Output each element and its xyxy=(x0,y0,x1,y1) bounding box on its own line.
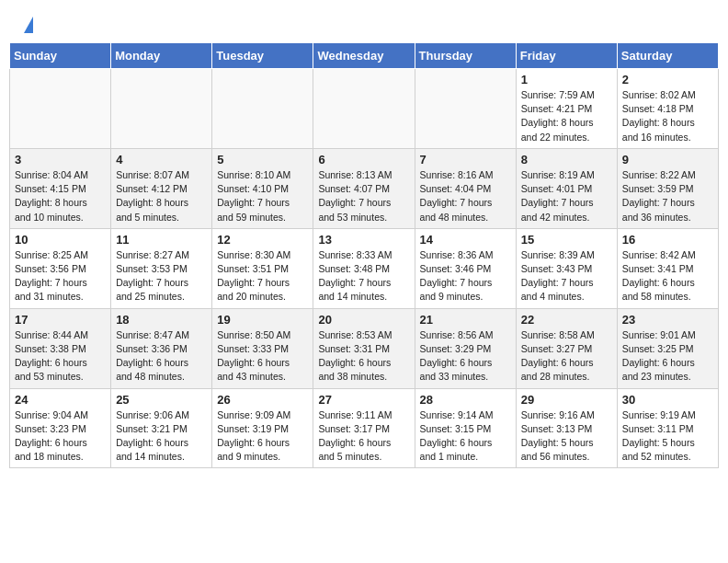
calendar-cell: 1Sunrise: 7:59 AM Sunset: 4:21 PM Daylig… xyxy=(516,69,617,149)
day-number: 1 xyxy=(521,73,612,86)
calendar-week-row: 24Sunrise: 9:04 AM Sunset: 3:23 PM Dayli… xyxy=(10,388,719,468)
day-info: Sunrise: 9:06 AM Sunset: 3:21 PM Dayligh… xyxy=(116,408,207,465)
day-number: 18 xyxy=(116,313,207,327)
day-number: 23 xyxy=(622,313,713,327)
calendar-cell: 24Sunrise: 9:04 AM Sunset: 3:23 PM Dayli… xyxy=(10,388,111,468)
day-info: Sunrise: 8:22 AM Sunset: 3:59 PM Dayligh… xyxy=(622,168,713,224)
day-info: Sunrise: 8:39 AM Sunset: 3:43 PM Dayligh… xyxy=(521,248,612,304)
day-number: 11 xyxy=(116,233,207,247)
day-info: Sunrise: 8:10 AM Sunset: 4:10 PM Dayligh… xyxy=(217,168,308,224)
calendar-cell: 5Sunrise: 8:10 AM Sunset: 4:10 PM Daylig… xyxy=(212,148,313,228)
calendar-week-row: 10Sunrise: 8:25 AM Sunset: 3:56 PM Dayli… xyxy=(10,228,719,308)
day-number: 21 xyxy=(420,313,511,327)
calendar-cell: 28Sunrise: 9:14 AM Sunset: 3:15 PM Dayli… xyxy=(415,388,516,468)
calendar-cell: 9Sunrise: 8:22 AM Sunset: 3:59 PM Daylig… xyxy=(617,148,718,228)
day-info: Sunrise: 9:19 AM Sunset: 3:11 PM Dayligh… xyxy=(622,408,713,465)
calendar-cell: 2Sunrise: 8:02 AM Sunset: 4:18 PM Daylig… xyxy=(617,69,718,149)
calendar-cell: 11Sunrise: 8:27 AM Sunset: 3:53 PM Dayli… xyxy=(111,228,212,308)
day-number: 30 xyxy=(622,393,713,407)
day-info: Sunrise: 8:58 AM Sunset: 3:27 PM Dayligh… xyxy=(521,328,612,385)
calendar-cell: 21Sunrise: 8:56 AM Sunset: 3:29 PM Dayli… xyxy=(415,308,516,388)
calendar-cell: 15Sunrise: 8:39 AM Sunset: 3:43 PM Dayli… xyxy=(516,228,617,308)
calendar-cell: 19Sunrise: 8:50 AM Sunset: 3:33 PM Dayli… xyxy=(212,308,313,388)
day-number: 8 xyxy=(521,153,612,167)
calendar-cell xyxy=(212,69,313,149)
logo xyxy=(22,17,33,35)
day-number: 12 xyxy=(217,233,308,247)
calendar-cell: 22Sunrise: 8:58 AM Sunset: 3:27 PM Dayli… xyxy=(516,308,617,388)
logo-triangle-icon xyxy=(24,17,33,33)
calendar-cell: 17Sunrise: 8:44 AM Sunset: 3:38 PM Dayli… xyxy=(10,308,111,388)
day-info: Sunrise: 8:02 AM Sunset: 4:18 PM Dayligh… xyxy=(622,88,713,144)
calendar-cell xyxy=(10,69,111,149)
day-info: Sunrise: 8:16 AM Sunset: 4:04 PM Dayligh… xyxy=(420,168,511,224)
day-info: Sunrise: 8:47 AM Sunset: 3:36 PM Dayligh… xyxy=(116,328,207,385)
day-number: 9 xyxy=(622,153,713,167)
calendar-cell: 27Sunrise: 9:11 AM Sunset: 3:17 PM Dayli… xyxy=(313,388,415,468)
calendar-wrapper: SundayMondayTuesdayWednesdayThursdayFrid… xyxy=(0,42,728,477)
calendar-cell: 30Sunrise: 9:19 AM Sunset: 3:11 PM Dayli… xyxy=(617,388,718,468)
calendar-table: SundayMondayTuesdayWednesdayThursdayFrid… xyxy=(9,42,719,468)
day-info: Sunrise: 9:04 AM Sunset: 3:23 PM Dayligh… xyxy=(15,408,106,465)
weekday-header-wednesday: Wednesday xyxy=(313,43,415,69)
day-info: Sunrise: 8:53 AM Sunset: 3:31 PM Dayligh… xyxy=(318,328,409,385)
day-number: 17 xyxy=(15,313,106,327)
calendar-cell: 8Sunrise: 8:19 AM Sunset: 4:01 PM Daylig… xyxy=(516,148,617,228)
day-info: Sunrise: 8:25 AM Sunset: 3:56 PM Dayligh… xyxy=(15,248,106,304)
weekday-header-row: SundayMondayTuesdayWednesdayThursdayFrid… xyxy=(10,43,719,69)
day-number: 7 xyxy=(420,153,511,167)
day-number: 13 xyxy=(318,233,409,247)
calendar-week-row: 3Sunrise: 8:04 AM Sunset: 4:15 PM Daylig… xyxy=(10,148,719,228)
calendar-cell: 14Sunrise: 8:36 AM Sunset: 3:46 PM Dayli… xyxy=(415,228,516,308)
calendar-cell: 7Sunrise: 8:16 AM Sunset: 4:04 PM Daylig… xyxy=(415,148,516,228)
day-number: 6 xyxy=(318,153,409,167)
calendar-week-row: 17Sunrise: 8:44 AM Sunset: 3:38 PM Dayli… xyxy=(10,308,719,388)
day-number: 20 xyxy=(318,313,409,327)
day-number: 4 xyxy=(116,153,207,167)
day-number: 27 xyxy=(318,393,409,407)
weekday-header-saturday: Saturday xyxy=(617,43,718,69)
day-number: 5 xyxy=(217,153,308,167)
day-number: 24 xyxy=(15,393,106,407)
calendar-week-row: 1Sunrise: 7:59 AM Sunset: 4:21 PM Daylig… xyxy=(10,69,719,149)
day-info: Sunrise: 8:42 AM Sunset: 3:41 PM Dayligh… xyxy=(622,248,713,304)
day-info: Sunrise: 8:19 AM Sunset: 4:01 PM Dayligh… xyxy=(521,168,612,224)
calendar-cell: 4Sunrise: 8:07 AM Sunset: 4:12 PM Daylig… xyxy=(111,148,212,228)
day-info: Sunrise: 8:50 AM Sunset: 3:33 PM Dayligh… xyxy=(217,328,308,385)
calendar-cell: 12Sunrise: 8:30 AM Sunset: 3:51 PM Dayli… xyxy=(212,228,313,308)
calendar-cell: 16Sunrise: 8:42 AM Sunset: 3:41 PM Dayli… xyxy=(617,228,718,308)
day-number: 28 xyxy=(420,393,511,407)
weekday-header-tuesday: Tuesday xyxy=(212,43,313,69)
calendar-body: 1Sunrise: 7:59 AM Sunset: 4:21 PM Daylig… xyxy=(10,69,719,468)
day-number: 10 xyxy=(15,233,106,247)
day-info: Sunrise: 8:04 AM Sunset: 4:15 PM Dayligh… xyxy=(15,168,106,224)
calendar-cell xyxy=(111,69,212,149)
weekday-header-thursday: Thursday xyxy=(415,43,516,69)
calendar-cell: 25Sunrise: 9:06 AM Sunset: 3:21 PM Dayli… xyxy=(111,388,212,468)
calendar-cell: 3Sunrise: 8:04 AM Sunset: 4:15 PM Daylig… xyxy=(10,148,111,228)
day-number: 26 xyxy=(217,393,308,407)
day-info: Sunrise: 8:30 AM Sunset: 3:51 PM Dayligh… xyxy=(217,248,308,304)
calendar-cell: 23Sunrise: 9:01 AM Sunset: 3:25 PM Dayli… xyxy=(617,308,718,388)
day-number: 16 xyxy=(622,233,713,247)
day-info: Sunrise: 9:14 AM Sunset: 3:15 PM Dayligh… xyxy=(420,408,511,465)
day-info: Sunrise: 8:44 AM Sunset: 3:38 PM Dayligh… xyxy=(15,328,106,385)
day-info: Sunrise: 8:33 AM Sunset: 3:48 PM Dayligh… xyxy=(318,248,409,304)
calendar-cell: 13Sunrise: 8:33 AM Sunset: 3:48 PM Dayli… xyxy=(313,228,415,308)
calendar-header: SundayMondayTuesdayWednesdayThursdayFrid… xyxy=(10,43,719,69)
day-info: Sunrise: 9:11 AM Sunset: 3:17 PM Dayligh… xyxy=(318,408,409,465)
weekday-header-sunday: Sunday xyxy=(10,43,111,69)
day-number: 14 xyxy=(420,233,511,247)
day-number: 15 xyxy=(521,233,612,247)
day-number: 22 xyxy=(521,313,612,327)
calendar-cell xyxy=(415,69,516,149)
calendar-cell: 10Sunrise: 8:25 AM Sunset: 3:56 PM Dayli… xyxy=(10,228,111,308)
day-number: 25 xyxy=(116,393,207,407)
day-number: 2 xyxy=(622,73,713,86)
weekday-header-monday: Monday xyxy=(111,43,212,69)
calendar-cell: 26Sunrise: 9:09 AM Sunset: 3:19 PM Dayli… xyxy=(212,388,313,468)
calendar-cell: 20Sunrise: 8:53 AM Sunset: 3:31 PM Dayli… xyxy=(313,308,415,388)
day-info: Sunrise: 9:09 AM Sunset: 3:19 PM Dayligh… xyxy=(217,408,308,465)
day-number: 29 xyxy=(521,393,612,407)
calendar-cell: 6Sunrise: 8:13 AM Sunset: 4:07 PM Daylig… xyxy=(313,148,415,228)
